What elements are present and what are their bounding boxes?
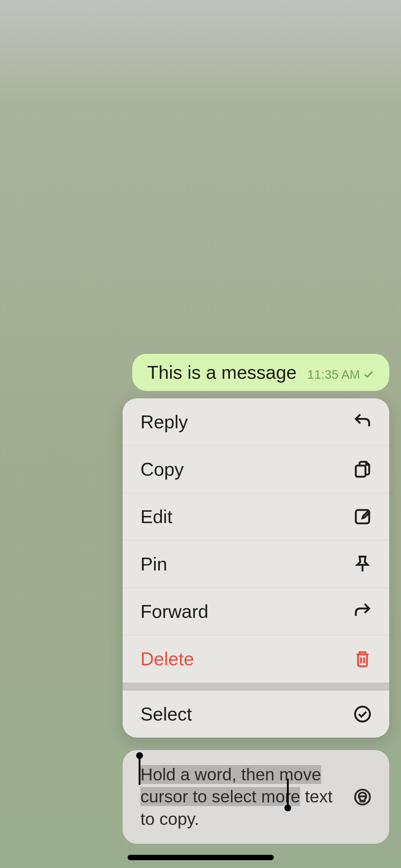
forward-icon xyxy=(354,603,371,620)
message-timestamp: 11:35 AM xyxy=(307,367,360,382)
message-meta: 11:35 AM xyxy=(307,367,374,382)
menu-item-reply[interactable]: Reply xyxy=(123,398,389,446)
menu-label: Pin xyxy=(140,553,167,575)
message-bubble[interactable]: This is a message 11:35 AM xyxy=(132,354,389,391)
svg-rect-0 xyxy=(356,466,365,477)
menu-item-forward[interactable]: Forward xyxy=(123,588,389,635)
copy-icon xyxy=(354,460,371,478)
sent-checkmark-icon xyxy=(363,369,374,380)
menu-label: Delete xyxy=(140,648,194,670)
home-indicator[interactable] xyxy=(128,855,274,860)
selection-cursor-start[interactable] xyxy=(139,757,140,785)
context-menu: Reply Copy Edit Pin xyxy=(123,398,389,738)
trash-icon xyxy=(354,650,371,668)
lightbulb-icon xyxy=(354,788,371,806)
hint-text: Hold a word, then move cursor to select … xyxy=(140,764,343,830)
menu-label: Edit xyxy=(140,506,173,527)
reply-icon xyxy=(354,413,371,431)
menu-item-select[interactable]: Select xyxy=(123,691,389,738)
select-icon xyxy=(354,705,371,723)
menu-item-edit[interactable]: Edit xyxy=(123,493,389,541)
menu-label: Select xyxy=(140,703,192,725)
menu-item-delete[interactable]: Delete xyxy=(123,635,389,683)
hint-highlighted-text: Hold a word, then move cursor to select … xyxy=(140,765,321,806)
menu-label: Reply xyxy=(140,411,188,433)
hint-text-container[interactable]: Hold a word, then move cursor to select … xyxy=(140,764,343,830)
menu-item-copy[interactable]: Copy xyxy=(123,446,389,493)
menu-label: Copy xyxy=(140,459,184,480)
selection-cursor-end[interactable] xyxy=(287,779,289,806)
message-text: This is a message xyxy=(147,362,297,383)
svg-point-2 xyxy=(355,707,370,722)
chat-screen: This is a message 11:35 AM Reply Copy Ed… xyxy=(0,0,401,868)
menu-item-pin[interactable]: Pin xyxy=(123,541,389,588)
edit-icon xyxy=(354,508,371,526)
hint-tooltip: Hold a word, then move cursor to select … xyxy=(123,750,389,844)
pin-icon xyxy=(354,555,371,573)
menu-separator xyxy=(123,683,389,691)
menu-label: Forward xyxy=(140,601,209,622)
